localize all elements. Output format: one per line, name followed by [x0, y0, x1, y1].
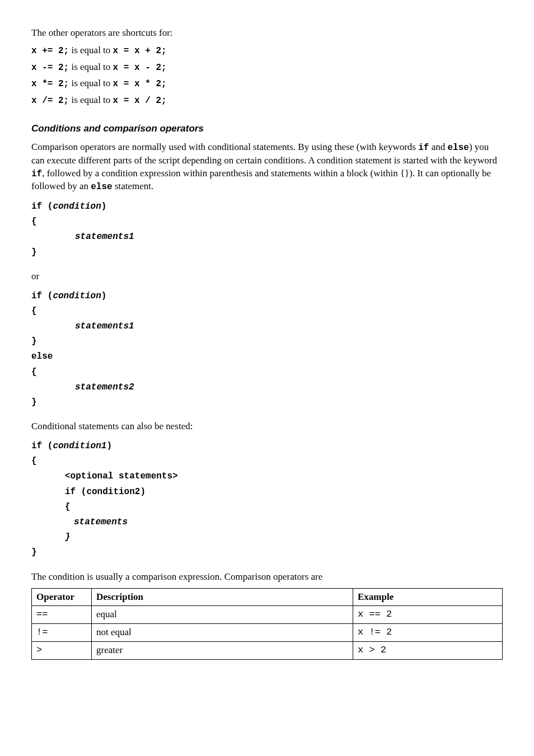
code-line: <optional statements>	[31, 469, 503, 484]
section-heading: Conditions and comparison operators	[31, 123, 503, 135]
table-header-row: Operator Description Example	[32, 588, 503, 606]
code-line: }	[31, 245, 503, 260]
text-run: and	[429, 142, 447, 152]
code-keyword-if: if	[418, 143, 429, 153]
cell-desc: not equal	[92, 624, 353, 642]
op-rhs: x = x * 2;	[113, 79, 167, 89]
code-line: }	[31, 530, 503, 545]
op-mid: is equal to	[69, 95, 113, 105]
table-intro: The condition is usually a comparison ex…	[31, 571, 503, 584]
op-mid: is equal to	[69, 62, 113, 72]
code-frag-italic: condition1	[53, 441, 106, 451]
cell-ex: x == 2	[353, 606, 503, 624]
code-frag: )	[106, 441, 112, 451]
code-line: }	[31, 334, 503, 349]
code-line: statements	[31, 515, 503, 530]
op-lhs: x *= 2;	[31, 79, 69, 89]
code-line: {	[31, 454, 503, 469]
operator-shortcuts: x += 2; is equal to x = x + 2; x -= 2; i…	[31, 44, 503, 107]
nested-paragraph: Conditional statements can also be neste…	[31, 420, 503, 433]
conditions-paragraph: Comparison operators are normally used w…	[31, 141, 503, 194]
cell-desc: equal	[92, 606, 353, 624]
op-lhs: x += 2;	[31, 46, 69, 56]
code-frag-italic: condition	[53, 291, 101, 301]
op-line-3: x /= 2; is equal to x = x / 2;	[31, 94, 503, 107]
code-frag-italic: condition	[53, 201, 101, 212]
op-lhs: x -= 2;	[31, 63, 69, 73]
code-line: {	[31, 365, 503, 380]
table-row: != not equal x != 2	[32, 624, 503, 642]
code-frag: if (	[31, 441, 53, 451]
cell-op: ==	[32, 606, 92, 624]
code-line: statements1	[31, 229, 503, 245]
code-line: {	[31, 500, 503, 515]
code-frag: )	[101, 201, 107, 212]
code-line: statements2	[31, 380, 503, 395]
op-line-0: x += 2; is equal to x = x + 2;	[31, 44, 503, 58]
code-block-if: if (condition) { statements1 }	[31, 199, 503, 260]
intro-paragraph: The other operators are shortcuts for:	[31, 27, 503, 40]
operators-table: Operator Description Example == equal x …	[31, 588, 503, 660]
code-keyword-else: else	[447, 143, 469, 153]
cell-op: !=	[32, 624, 92, 642]
code-line: if (condition1)	[31, 439, 503, 454]
code-frag: if (	[31, 201, 53, 212]
code-line: {	[31, 304, 503, 319]
code-line: {	[31, 214, 503, 229]
header-operator: Operator	[32, 588, 92, 606]
code-keyword-if: if	[31, 169, 42, 179]
op-rhs: x = x + 2;	[113, 46, 167, 56]
cell-desc: greater	[92, 642, 353, 660]
code-line: }	[31, 545, 503, 560]
text-run: Comparison operators are normally used w…	[31, 142, 418, 152]
table-row: == equal x == 2	[32, 606, 503, 624]
code-frag: if (	[31, 291, 53, 301]
code-line: }	[31, 395, 503, 410]
code-block-nested: if (condition1) { <optional statements> …	[31, 439, 503, 561]
cell-op: >	[32, 642, 92, 660]
text-run: statement.	[113, 181, 154, 191]
op-mid: is equal to	[69, 45, 113, 55]
table-row: > greater x > 2	[32, 642, 503, 660]
code-keyword-else: else	[91, 182, 112, 192]
code-line: statements1	[31, 319, 503, 334]
code-line: if (condition2)	[31, 485, 503, 500]
code-line: if (condition)	[31, 199, 503, 214]
code-frag: )	[101, 291, 107, 301]
op-line-2: x *= 2; is equal to x = x * 2;	[31, 77, 503, 91]
op-mid: is equal to	[69, 78, 113, 88]
header-example: Example	[353, 588, 503, 606]
cell-ex: x > 2	[353, 642, 503, 660]
code-block-if-else: if (condition) { statements1 } else { st…	[31, 289, 503, 411]
op-rhs: x = x - 2;	[113, 63, 167, 73]
header-description: Description	[92, 588, 353, 606]
op-lhs: x /= 2;	[31, 96, 69, 106]
op-rhs: x = x / 2;	[113, 96, 167, 106]
or-text: or	[31, 270, 503, 283]
code-line: else	[31, 349, 503, 364]
code-line: if (condition)	[31, 289, 503, 304]
op-line-1: x -= 2; is equal to x = x - 2;	[31, 61, 503, 74]
cell-ex: x != 2	[353, 624, 503, 642]
